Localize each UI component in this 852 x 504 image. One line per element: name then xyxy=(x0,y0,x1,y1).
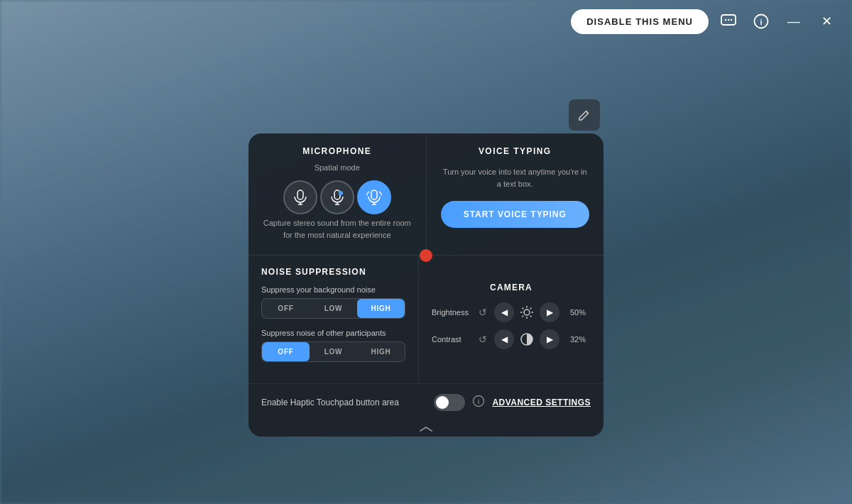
contrast-control: ◀ ▶ xyxy=(494,329,559,349)
brightness-decrease-button[interactable]: ◀ xyxy=(494,302,514,322)
mic-mode-row xyxy=(263,180,412,214)
svg-point-12 xyxy=(339,191,343,195)
brightness-icon xyxy=(517,302,537,322)
noise-bg-low-btn[interactable]: LOW xyxy=(310,299,357,318)
topbar: DISABLE THIS MENU i — ✕ xyxy=(0,0,852,43)
brightness-label: Brightness xyxy=(432,308,471,317)
edit-icon xyxy=(577,108,591,122)
noise-other-label: Suppress noise of other participants xyxy=(261,329,405,337)
mic-normal-icon xyxy=(293,190,307,205)
mic-description: Capture stereo sound from the entire roo… xyxy=(263,217,412,241)
svg-line-24 xyxy=(523,316,524,317)
voice-typing-title: VOICE TYPING xyxy=(479,146,552,156)
svg-point-2 xyxy=(728,19,729,21)
noise-bg-toggle-group: OFF LOW HIGH xyxy=(261,298,405,319)
brightness-increase-button[interactable]: ▶ xyxy=(540,302,559,322)
svg-line-21 xyxy=(523,308,524,309)
info-icon: i xyxy=(753,13,769,29)
settings-panel: MICROPHONE Spatial mode xyxy=(248,133,604,437)
brightness-control: ◀ ▶ xyxy=(494,302,559,322)
contrast-icon xyxy=(517,329,537,349)
panel-top-section: MICROPHONE Spatial mode xyxy=(248,133,604,256)
svg-rect-13 xyxy=(371,190,377,199)
panel-collapse-button[interactable] xyxy=(248,421,604,437)
noise-bg-high-btn[interactable]: HIGH xyxy=(357,299,405,318)
disable-menu-button[interactable]: DISABLE THIS MENU xyxy=(571,9,709,34)
voice-typing-section: VOICE TYPING Turn your voice into text a… xyxy=(427,133,604,255)
contrast-increase-button[interactable]: ▶ xyxy=(540,329,559,349)
spatial-label: Spatial mode xyxy=(263,163,412,172)
haptic-label: Enable Haptic Touchpad button area xyxy=(261,398,427,407)
brightness-row: Brightness ↺ ◀ xyxy=(432,302,591,322)
svg-point-1 xyxy=(725,19,726,21)
info-icon-button[interactable]: i xyxy=(748,9,774,34)
contrast-decrease-button[interactable]: ◀ xyxy=(494,329,514,349)
svg-rect-6 xyxy=(297,190,303,199)
brightness-reset-button[interactable]: ↺ xyxy=(477,305,488,319)
noise-other-off-btn[interactable]: OFF xyxy=(262,342,310,361)
noise-suppression-section: NOISE SUPPRESSION Suppress your backgrou… xyxy=(248,256,419,383)
divider-dot xyxy=(420,249,432,262)
noise-other-low-btn[interactable]: LOW xyxy=(310,342,357,361)
chat-icon-button[interactable] xyxy=(716,9,741,34)
svg-text:i: i xyxy=(760,18,762,26)
svg-line-23 xyxy=(530,308,532,309)
noise-bg-label: Suppress your background noise xyxy=(261,285,405,294)
haptic-toggle[interactable] xyxy=(434,394,465,411)
noise-bg-off-btn[interactable]: OFF xyxy=(262,299,310,318)
contrast-row: Contrast ↺ ◀ ▶ 32% xyxy=(432,329,591,349)
svg-line-22 xyxy=(530,316,532,317)
svg-rect-9 xyxy=(334,190,340,199)
mic-mode-alt[interactable] xyxy=(320,180,354,214)
brightness-value: 50% xyxy=(565,308,591,317)
camera-section: CAMERA Brightness ↺ ◀ xyxy=(419,256,604,383)
svg-point-16 xyxy=(524,309,530,315)
voice-typing-description: Turn your voice into text anytime you're… xyxy=(441,166,590,190)
contrast-reset-button[interactable]: ↺ xyxy=(477,332,488,346)
panel-bottom-section: Enable Haptic Touchpad button area i ADV… xyxy=(248,384,604,421)
mic-alt-icon xyxy=(330,190,344,205)
camera-title: CAMERA xyxy=(432,283,591,292)
mic-mode-normal[interactable] xyxy=(283,180,317,214)
svg-text:i: i xyxy=(478,398,480,405)
mic-spatial-icon xyxy=(366,190,382,205)
haptic-info-button[interactable]: i xyxy=(472,395,485,410)
advanced-settings-button[interactable]: ADVANCED SETTINGS xyxy=(492,398,591,407)
contrast-value: 32% xyxy=(565,335,591,344)
edit-button[interactable] xyxy=(569,99,600,131)
chat-icon xyxy=(721,14,736,28)
minimize-button[interactable]: — xyxy=(781,9,807,34)
noise-other-high-btn[interactable]: HIGH xyxy=(357,342,405,361)
close-button[interactable]: ✕ xyxy=(814,9,839,34)
panel-mid-section: NOISE SUPPRESSION Suppress your backgrou… xyxy=(248,256,604,384)
start-voice-typing-button[interactable]: START VOICE TYPING xyxy=(441,201,590,228)
microphone-title: MICROPHONE xyxy=(263,146,412,156)
minimize-icon: — xyxy=(787,14,800,29)
svg-point-3 xyxy=(731,19,732,21)
collapse-icon xyxy=(417,425,435,434)
noise-suppression-title: NOISE SUPPRESSION xyxy=(261,267,405,277)
close-icon: ✕ xyxy=(821,13,832,29)
haptic-info-icon: i xyxy=(472,395,485,407)
contrast-label: Contrast xyxy=(432,335,471,344)
microphone-section: MICROPHONE Spatial mode xyxy=(248,133,427,255)
noise-other-toggle-group: OFF LOW HIGH xyxy=(261,341,405,362)
mic-mode-spatial[interactable] xyxy=(357,180,391,214)
